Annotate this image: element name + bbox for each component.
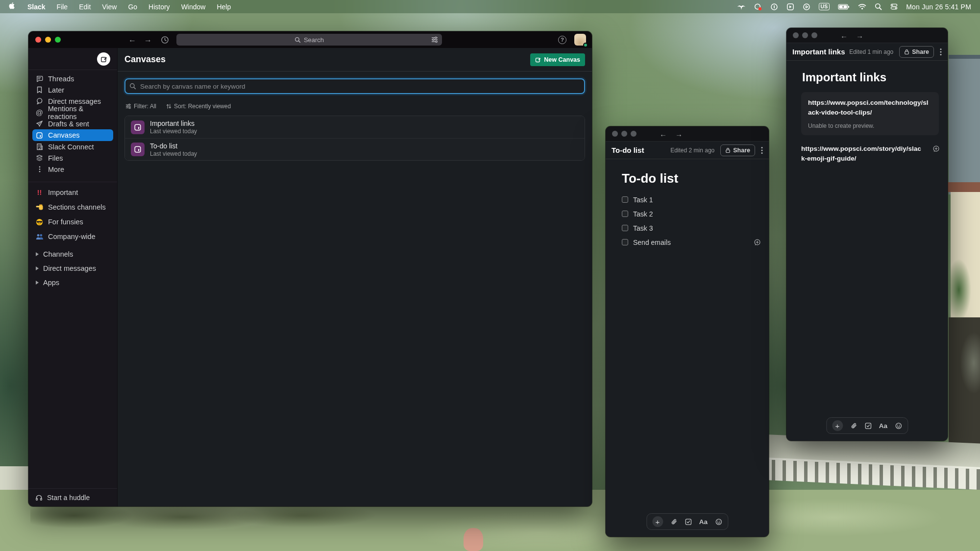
- text-style-button[interactable]: Aa: [879, 422, 887, 430]
- canvas-list-item-important-links[interactable]: Important links Last viewed today: [125, 116, 585, 138]
- sidebar-group-apps[interactable]: Apps: [28, 275, 117, 289]
- minimize-button[interactable]: [802, 32, 808, 38]
- forward-arrow-icon[interactable]: →: [675, 130, 683, 138]
- sidebar-item-mentions-reactions[interactable]: @ Mentions & reactions: [28, 107, 117, 118]
- close-button[interactable]: [793, 32, 799, 38]
- sidebar-item-slack-connect[interactable]: Slack Connect: [28, 141, 117, 152]
- zoom-button[interactable]: [811, 32, 817, 38]
- zoom-button[interactable]: [55, 37, 61, 43]
- menu-go[interactable]: Go: [128, 3, 137, 11]
- menu-window[interactable]: Window: [181, 3, 206, 11]
- menubar-clock[interactable]: Mon Jun 26 5:41 PM: [906, 3, 971, 11]
- screen-record-status-icon[interactable]: [754, 3, 762, 11]
- emoji-icon[interactable]: [895, 422, 902, 430]
- add-comment-icon[interactable]: [754, 239, 761, 246]
- macos-menubar: Slack File Edit View Go History Window H…: [0, 0, 980, 13]
- insert-plus-button[interactable]: +: [832, 420, 843, 431]
- sidebar-section-company-wide[interactable]: Company-wide: [28, 229, 117, 244]
- checkbox-unchecked[interactable]: [622, 239, 628, 245]
- menu-history[interactable]: History: [148, 3, 170, 11]
- sidebar-section-sections-channels[interactable]: Sections channels: [28, 200, 117, 215]
- task-label[interactable]: Task 1: [633, 196, 653, 204]
- sidebar-item-label: Files: [48, 154, 63, 162]
- share-button[interactable]: Share: [899, 46, 934, 58]
- canvas-heading: Important links: [802, 71, 940, 84]
- task-label[interactable]: Send emails: [633, 239, 671, 246]
- close-button[interactable]: [35, 37, 41, 43]
- menu-view[interactable]: View: [102, 3, 117, 11]
- filter-control[interactable]: Filter: All: [125, 103, 156, 110]
- share-button[interactable]: Share: [720, 144, 755, 156]
- canvas-search-input[interactable]: [124, 78, 585, 94]
- task-label[interactable]: Task 2: [633, 210, 653, 218]
- sidebar-section-important[interactable]: !! Important: [28, 185, 117, 200]
- minimize-button[interactable]: [45, 37, 51, 43]
- checklist-icon[interactable]: [864, 422, 872, 430]
- menubar-app-name[interactable]: Slack: [27, 3, 46, 11]
- play-circle-status-icon[interactable]: [803, 3, 810, 11]
- user-avatar[interactable]: [574, 34, 586, 46]
- forward-arrow-icon[interactable]: →: [144, 35, 152, 44]
- link-preview-card[interactable]: https://www.popsci.com/technology/slack-…: [801, 92, 939, 135]
- text-style-button[interactable]: Aa: [699, 518, 708, 526]
- attach-file-icon[interactable]: [850, 422, 857, 430]
- people-emoji-icon: [35, 233, 44, 240]
- control-center-icon[interactable]: [890, 3, 898, 10]
- sidebar-section-for-funsies[interactable]: For funsies: [28, 215, 117, 229]
- checkbox-unchecked[interactable]: [622, 211, 628, 217]
- sidebar-group-channels[interactable]: Channels: [28, 247, 117, 261]
- global-search-bar[interactable]: Search: [176, 34, 442, 46]
- sunglasses-emoji-icon: [35, 218, 44, 226]
- menu-help[interactable]: Help: [217, 3, 231, 11]
- back-arrow-icon[interactable]: ←: [660, 130, 667, 138]
- new-canvas-button[interactable]: New Canvas: [530, 53, 585, 66]
- more-options-icon[interactable]: [940, 48, 942, 56]
- sidebar-item-drafts-sent[interactable]: Drafts & sent: [28, 118, 117, 129]
- shape-tool-status-icon[interactable]: [786, 3, 794, 11]
- sort-control[interactable]: Sort: Recently viewed: [166, 103, 231, 110]
- search-filters-icon[interactable]: [431, 36, 438, 43]
- attach-file-icon[interactable]: [670, 518, 677, 526]
- history-clock-icon[interactable]: [161, 36, 169, 44]
- spotlight-search-icon[interactable]: [875, 3, 882, 10]
- sidebar-item-canvases[interactable]: Canvases: [32, 129, 113, 141]
- compose-button[interactable]: [97, 52, 110, 66]
- start-huddle-button[interactable]: Start a huddle: [28, 488, 117, 506]
- sidebar-item-later[interactable]: Later: [28, 84, 117, 96]
- checkbox-unchecked[interactable]: [622, 196, 628, 203]
- insert-plus-button[interactable]: +: [652, 516, 663, 527]
- sidebar-group-direct-messages[interactable]: Direct messages: [28, 261, 117, 275]
- checklist-icon[interactable]: [685, 518, 692, 526]
- window-title: Important links: [792, 48, 845, 56]
- back-arrow-icon[interactable]: ←: [128, 35, 136, 44]
- checkbox-unchecked[interactable]: [622, 225, 628, 231]
- building-icon: [35, 143, 44, 150]
- sort-icon: [166, 103, 172, 109]
- emoji-icon[interactable]: [715, 518, 722, 526]
- sidebar-item-more[interactable]: More: [28, 164, 117, 175]
- minimize-button[interactable]: [621, 131, 627, 137]
- sidebar-item-label: Sections channels: [48, 203, 106, 211]
- input-source-badge[interactable]: US: [819, 3, 830, 10]
- add-comment-icon[interactable]: [932, 145, 940, 152]
- sidebar-item-threads[interactable]: Threads: [28, 73, 117, 84]
- back-arrow-icon[interactable]: ←: [840, 31, 848, 40]
- task-label[interactable]: Task 3: [633, 224, 653, 232]
- close-button[interactable]: [612, 131, 618, 137]
- canvas-list-item-todo-list[interactable]: To-do list Last viewed today: [125, 138, 585, 160]
- battery-icon[interactable]: [838, 4, 850, 10]
- wifi-icon[interactable]: [858, 3, 866, 10]
- one-password-status-icon[interactable]: [770, 3, 778, 11]
- sidebar-item-files[interactable]: Files: [28, 152, 117, 164]
- link-url[interactable]: https://www.popsci.com/technology/slack-…: [808, 98, 932, 118]
- menu-edit[interactable]: Edit: [79, 3, 91, 11]
- help-icon[interactable]: ?: [558, 36, 566, 44]
- forward-arrow-icon[interactable]: →: [856, 31, 863, 40]
- dragonfly-app-icon[interactable]: [737, 3, 746, 10]
- link-url[interactable]: https://www.popsci.com/story/diy/slack-e…: [801, 144, 923, 164]
- menu-file[interactable]: File: [57, 3, 68, 11]
- zoom-button[interactable]: [631, 131, 637, 137]
- apple-menu-icon[interactable]: [9, 2, 16, 11]
- at-icon: @: [35, 109, 44, 116]
- more-options-icon[interactable]: [761, 146, 763, 154]
